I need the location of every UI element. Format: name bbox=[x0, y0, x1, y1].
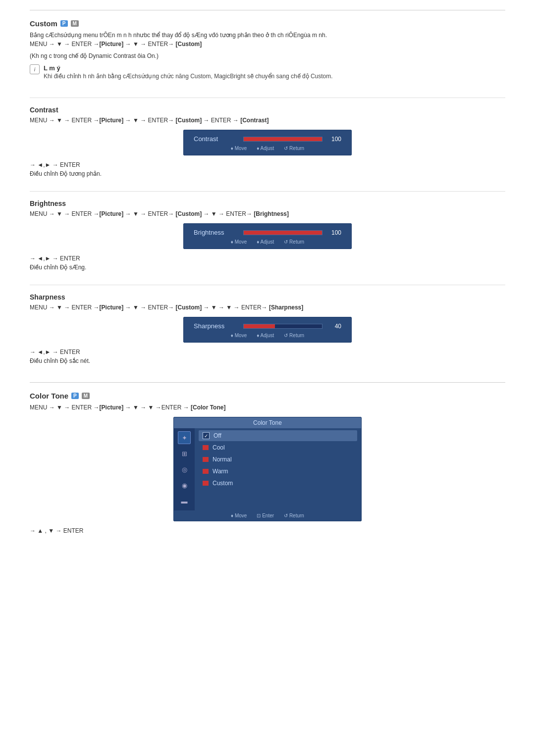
contrast-title: Contrast bbox=[30, 106, 505, 114]
sharpness-description: Điều chỉnh Độ sắc nét. bbox=[30, 357, 505, 364]
color-tone-options: ✓ Off Cool Normal Warm bbox=[195, 428, 361, 510]
color-tone-menu-path: MENU → ▼ → ENTER →[Picture] → ▼ → ▼ →ENT… bbox=[30, 404, 505, 411]
color-tone-title-text: Color Tone bbox=[30, 392, 68, 400]
ct-label-off: Off bbox=[214, 432, 221, 439]
color-tone-nav-hint: → ▲ , ▼ → ENTER bbox=[30, 527, 505, 534]
brightness-footer-move: ♦ Move bbox=[231, 239, 247, 245]
color-tone-osd-header: Color Tone bbox=[174, 417, 361, 428]
custom-menu-path: MENU → ▼ → ENTER →[Picture] → ▼ → ENTER→… bbox=[30, 41, 505, 48]
sharpness-bar-container bbox=[243, 324, 322, 329]
color-tone-title: Color Tone P M bbox=[30, 392, 505, 400]
contrast-footer-move: ♦ Move bbox=[231, 146, 247, 151]
contrast-bar-fill bbox=[244, 137, 322, 141]
note-icon: i bbox=[30, 64, 40, 74]
ct-option-normal[interactable]: Normal bbox=[199, 454, 357, 465]
color-tone-body: ✦ ⊞ ◎ ◉ ▬ ✓ Off Cool bbox=[174, 428, 361, 510]
contrast-footer-return: ↺ Return bbox=[284, 146, 304, 151]
sharpness-footer-adjust: ♦ Adjust bbox=[257, 333, 274, 338]
contrast-description: Điều chỉnh Độ tương phản. bbox=[30, 170, 505, 177]
sharpness-bar-fill bbox=[244, 324, 275, 328]
ct-check-off: ✓ bbox=[203, 432, 210, 439]
ct-bar-warm bbox=[203, 469, 209, 474]
sharpness-footer-move: ♦ Move bbox=[231, 333, 247, 338]
contrast-osd: Contrast 100 ♦ Move ♦ Adjust ↺ Return bbox=[183, 130, 352, 155]
sharpness-osd-value: 40 bbox=[327, 323, 341, 330]
sharpness-osd: Sharpness 40 ♦ Move ♦ Adjust ↺ Return bbox=[183, 317, 352, 343]
custom-note: (Kh ng c trong chế độ Dynamic Contrast ô… bbox=[30, 52, 505, 59]
brightness-osd: Brightness 100 ♦ Move ♦ Adjust ↺ Return bbox=[183, 223, 352, 249]
color-tone-icons: ✦ ⊞ ◎ ◉ ▬ bbox=[174, 428, 195, 510]
custom-note-text: Khi điều chỉnh h nh ảnh bằng cÆchsứdụng … bbox=[44, 73, 333, 80]
color-tone-osd: Color Tone ✦ ⊞ ◎ ◉ ▬ ✓ Off Cool bbox=[173, 417, 362, 521]
custom-note-box: i L m ý Khi điều chỉnh h nh ảnh bằng cÆc… bbox=[30, 64, 505, 80]
contrast-osd-label: Contrast bbox=[194, 135, 238, 143]
custom-note-content: L m ý Khi điều chỉnh h nh ảnh bằng cÆchs… bbox=[44, 64, 333, 80]
brightness-osd-value: 100 bbox=[327, 229, 341, 236]
ct-option-cool[interactable]: Cool bbox=[199, 442, 357, 453]
ct-icon-5: ▬ bbox=[178, 495, 191, 507]
color-tone-badge-p: P bbox=[71, 393, 79, 399]
ct-icon-3: ◎ bbox=[178, 463, 191, 476]
sharpness-osd-label: Sharpness bbox=[194, 322, 238, 330]
contrast-footer-adjust: ♦ Adjust bbox=[257, 146, 274, 151]
brightness-footer-return: ↺ Return bbox=[284, 239, 304, 245]
ct-option-off[interactable]: ✓ Off bbox=[199, 430, 357, 441]
brightness-menu-path: MENU → ▼ → ENTER →[Picture] → ▼ → ENTER→… bbox=[30, 210, 505, 217]
sharpness-nav-hint: → ◄,► → ENTER bbox=[30, 349, 505, 355]
brightness-osd-label: Brightness bbox=[194, 229, 238, 236]
custom-description: Bảng cÆchsứdụng menu trÔEn m n h nhưbc t… bbox=[30, 32, 505, 39]
ct-footer-return: ↺ Return bbox=[284, 513, 304, 518]
ct-option-custom[interactable]: Custom bbox=[199, 478, 357, 489]
brightness-osd-footer: ♦ Move ♦ Adjust ↺ Return bbox=[194, 239, 341, 245]
custom-badge-p: P bbox=[60, 20, 68, 27]
ct-footer-move: ♦ Move bbox=[231, 513, 247, 518]
ct-bar-normal bbox=[203, 457, 209, 462]
brightness-title: Brightness bbox=[30, 200, 505, 207]
ct-bar-cool bbox=[203, 445, 209, 450]
custom-section: Custom P M Bảng cÆchsứdụng menu trÔEn m … bbox=[30, 10, 505, 90]
brightness-nav-hint: → ◄,► → ENTER bbox=[30, 255, 505, 262]
custom-title: Custom P M bbox=[30, 19, 505, 28]
brightness-footer-adjust: ♦ Adjust bbox=[257, 239, 274, 245]
color-tone-badge-m: M bbox=[82, 393, 90, 399]
contrast-osd-footer: ♦ Move ♦ Adjust ↺ Return bbox=[194, 146, 341, 151]
sharpness-osd-footer: ♦ Move ♦ Adjust ↺ Return bbox=[194, 333, 341, 338]
ct-icon-2: ⊞ bbox=[178, 447, 191, 460]
ct-label-warm: Warm bbox=[213, 468, 228, 475]
contrast-bar-container bbox=[243, 137, 322, 142]
ct-label-custom: Custom bbox=[213, 480, 233, 487]
sharpness-title: Sharpness bbox=[30, 293, 505, 301]
brightness-description: Điều chỉnh Độ sÆng. bbox=[30, 264, 505, 271]
custom-note-label: L m ý bbox=[44, 64, 333, 72]
contrast-section: Contrast MENU → ▼ → ENTER →[Picture] → ▼… bbox=[30, 98, 505, 183]
ct-footer-enter: ⊡ Enter bbox=[257, 513, 274, 518]
sharpness-osd-row: Sharpness 40 bbox=[194, 322, 341, 330]
contrast-menu-path: MENU → ▼ → ENTER →[Picture] → ▼ → ENTER→… bbox=[30, 117, 505, 124]
ct-icon-1: ✦ bbox=[178, 431, 191, 444]
color-tone-section: Color Tone P M MENU → ▼ → ENTER →[Pictur… bbox=[30, 382, 505, 541]
brightness-bar-fill bbox=[244, 231, 322, 235]
contrast-osd-value: 100 bbox=[327, 136, 341, 143]
ct-label-normal: Normal bbox=[213, 456, 232, 463]
sharpness-menu-path: MENU → ▼ → ENTER →[Picture] → ▼ → ENTER→… bbox=[30, 304, 505, 311]
sharpness-section: Sharpness MENU → ▼ → ENTER →[Picture] → … bbox=[30, 285, 505, 370]
brightness-section: Brightness MENU → ▼ → ENTER →[Picture] →… bbox=[30, 191, 505, 277]
color-tone-footer: ♦ Move ⊡ Enter ↺ Return bbox=[174, 510, 361, 521]
brightness-osd-row: Brightness 100 bbox=[194, 229, 341, 236]
ct-bar-custom bbox=[203, 481, 209, 486]
ct-label-cool: Cool bbox=[213, 444, 225, 451]
sharpness-footer-return: ↺ Return bbox=[284, 333, 304, 338]
custom-badge-m: M bbox=[71, 20, 79, 27]
custom-title-text: Custom bbox=[30, 19, 57, 28]
ct-icon-4: ◉ bbox=[178, 479, 191, 492]
brightness-bar-container bbox=[243, 230, 322, 235]
contrast-nav-hint: → ◄,► → ENTER bbox=[30, 161, 505, 168]
contrast-osd-row: Contrast 100 bbox=[194, 135, 341, 143]
ct-option-warm[interactable]: Warm bbox=[199, 466, 357, 477]
